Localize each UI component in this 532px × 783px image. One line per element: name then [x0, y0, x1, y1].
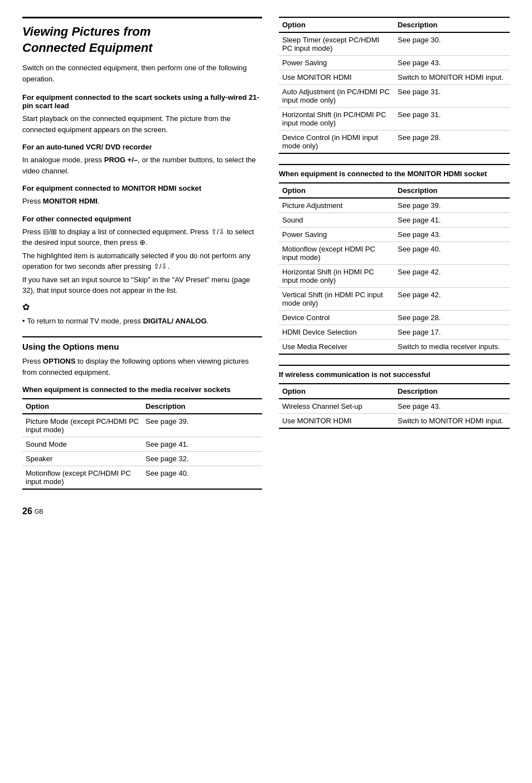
option-cell: Speaker: [22, 452, 142, 466]
table-row: Device Control (in HDMI input mode only)…: [279, 130, 510, 154]
option-cell: Horizontal Shift (in HDMI PC input mode …: [279, 265, 394, 288]
section4-body: Press ⊟/⊞ to display a list of connected…: [22, 226, 262, 296]
desc-cell: See page 42.: [394, 288, 510, 311]
table2-heading: When equipment is connected to the MONIT…: [279, 164, 510, 178]
right-column: Option Description Sleep Timer (except P…: [279, 17, 510, 516]
desc-cell: See page 40.: [394, 242, 510, 265]
desc-cell: Switch to MONITOR HDMI input.: [394, 70, 510, 85]
desc-cell: See page 43.: [394, 56, 510, 70]
section3-body: Press MONITOR HDMI.: [22, 196, 262, 207]
intro-text: Switch on the connected equipment, then …: [22, 62, 262, 84]
right-table1: Option Description Sleep Timer (except P…: [279, 17, 510, 154]
option-cell: Sleep Timer (except PC/HDMI PC input mod…: [279, 32, 394, 56]
option-cell: Horizontal Shift (in PC/HDMI PC input mo…: [279, 108, 394, 130]
desc-cell: See page 43.: [394, 399, 510, 414]
option-cell: Use MONITOR HDMI: [279, 70, 394, 85]
table-row: Motionflow (except HDMI PC input mode)Se…: [279, 242, 510, 265]
option-cell: Motionflow (except PC/HDMI PC input mode…: [22, 466, 142, 490]
option-cell: Motionflow (except HDMI PC input mode): [279, 242, 394, 265]
desc-cell: See page 28.: [394, 311, 510, 325]
table3-col1: Option: [279, 384, 394, 399]
option-cell: Device Control (in HDMI input mode only): [279, 130, 394, 154]
table1-heading: When equipment is connected to the media…: [22, 385, 262, 394]
table2-col2: Description: [394, 183, 510, 198]
desc-cell: See page 39.: [142, 414, 262, 437]
table-row: Horizontal Shift (in PC/HDMI PC input mo…: [279, 108, 510, 130]
table-row: Device ControlSee page 28.: [279, 311, 510, 325]
desc-cell: See page 43.: [394, 228, 510, 242]
desc-cell: See page 31.: [394, 85, 510, 108]
table-row: Use Media ReceiverSwitch to media receiv…: [279, 340, 510, 355]
table2-col1: Option: [279, 183, 394, 198]
desc-cell: See page 31.: [394, 108, 510, 130]
option-cell: Wireless Channel Set-up: [279, 399, 394, 414]
page-title: Viewing Pictures from Connected Equipmen…: [22, 17, 262, 56]
left-column: Viewing Pictures from Connected Equipmen…: [22, 17, 262, 516]
option-cell: Use Media Receiver: [279, 340, 394, 355]
desc-cell: See page 40.: [142, 466, 262, 490]
table-row: Vertical Shift (in HDMI PC input mode on…: [279, 288, 510, 311]
table1: Option Description Picture Mode (except …: [22, 398, 262, 490]
table-row: Auto Adjustment (in PC/HDMI PC input mod…: [279, 85, 510, 108]
option-cell: Sound Mode: [22, 437, 142, 452]
option-cell: Picture Mode (except PC/HDMI PC input mo…: [22, 414, 142, 437]
desc-cell: Switch to media receiver inputs.: [394, 340, 510, 355]
option-cell: Device Control: [279, 311, 394, 325]
option-cell: Power Saving: [279, 56, 394, 70]
table3-col2: Description: [394, 384, 510, 399]
table-row: SoundSee page 41.: [279, 213, 510, 228]
table3: Option Description Wireless Channel Set-…: [279, 383, 510, 429]
table-row: Picture AdjustmentSee page 39.: [279, 198, 510, 213]
table-row: Horizontal Shift (in HDMI PC input mode …: [279, 265, 510, 288]
tip-line: • To return to normal TV mode, press DIG…: [22, 316, 262, 327]
options-intro: Press OPTIONS to display the following o…: [22, 356, 262, 378]
table-row: Power SavingSee page 43.: [279, 56, 510, 70]
section4-heading: For other connected equipment: [22, 215, 262, 223]
desc-cell: Switch to MONITOR HDMI input.: [394, 414, 510, 429]
table-row: SpeakerSee page 32.: [22, 452, 262, 466]
section2-heading: For an auto-tuned VCR/ DVD recorder: [22, 143, 262, 151]
table2: Option Description Picture AdjustmentSee…: [279, 182, 510, 355]
table-row: Wireless Channel Set-upSee page 43.: [279, 399, 510, 414]
desc-cell: See page 32.: [142, 452, 262, 466]
tip-icon: ✿: [22, 302, 262, 313]
desc-cell: See page 42.: [394, 265, 510, 288]
desc-cell: See page 17.: [394, 325, 510, 340]
right-table1-col2: Description: [394, 17, 510, 32]
table-row: Sleep Timer (except PC/HDMI PC input mod…: [279, 32, 510, 56]
option-cell: Sound: [279, 213, 394, 228]
desc-cell: See page 41.: [142, 437, 262, 452]
section2-body: In analogue mode, press PROG +/–, or the…: [22, 154, 262, 176]
table-row: HDMI Device SelectionSee page 17.: [279, 325, 510, 340]
option-cell: HDMI Device Selection: [279, 325, 394, 340]
right-table1-col1: Option: [279, 17, 394, 32]
option-cell: Power Saving: [279, 228, 394, 242]
table-row: Sound ModeSee page 41.: [22, 437, 262, 452]
table1-col2: Description: [142, 399, 262, 414]
desc-cell: See page 39.: [394, 198, 510, 213]
table1-col1: Option: [22, 399, 142, 414]
table-row: Use MONITOR HDMISwitch to MONITOR HDMI i…: [279, 70, 510, 85]
desc-cell: See page 28.: [394, 130, 510, 154]
desc-cell: See page 41.: [394, 213, 510, 228]
option-cell: Vertical Shift (in HDMI PC input mode on…: [279, 288, 394, 311]
option-cell: Picture Adjustment: [279, 198, 394, 213]
section3-heading: For equipment connected to MONITOR HDMI …: [22, 184, 262, 192]
option-cell: Auto Adjustment (in PC/HDMI PC input mod…: [279, 85, 394, 108]
section1-heading: For equipment connected to the scart soc…: [22, 93, 262, 110]
table-row: Power SavingSee page 43.: [279, 228, 510, 242]
page-footer: 26GB: [22, 506, 262, 516]
table3-heading: If wireless communication is not success…: [279, 365, 510, 379]
option-cell: Use MONITOR HDMI: [279, 414, 394, 429]
section1-body: Start playback on the connected equipmen…: [22, 113, 262, 135]
table-row: Picture Mode (except PC/HDMI PC input mo…: [22, 414, 262, 437]
table-row: Motionflow (except PC/HDMI PC input mode…: [22, 466, 262, 490]
desc-cell: See page 30.: [394, 32, 510, 56]
table-row: Use MONITOR HDMISwitch to MONITOR HDMI i…: [279, 414, 510, 429]
options-heading: Using the Options menu: [22, 336, 262, 351]
